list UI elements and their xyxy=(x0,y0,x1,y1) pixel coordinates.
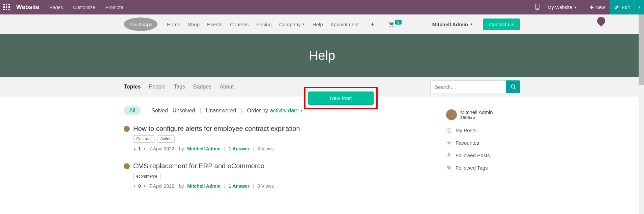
filter-unanswered[interactable]: Unanswered xyxy=(206,108,236,114)
separator: | xyxy=(200,108,201,114)
tab-people[interactable]: People xyxy=(149,84,166,90)
nav-help[interactable]: Help xyxy=(313,22,323,27)
site-nav: Home Shop Events Courses Pricing Company… xyxy=(167,21,374,28)
cart-button[interactable]: 0 xyxy=(388,21,401,27)
post-date: 7 April 2022, xyxy=(149,146,176,151)
contact-us-button[interactable]: Contact Us xyxy=(483,19,520,30)
sidebar-xp: 2505xp xyxy=(460,115,493,120)
highlight-box: New Post xyxy=(304,87,378,109)
cart-badge: 0 xyxy=(395,20,401,25)
post-tag[interactable]: ecommerce xyxy=(133,173,160,180)
sidebar-user-name: Mitchell Admin xyxy=(460,109,493,115)
separator: | xyxy=(224,146,225,151)
tab-tags[interactable]: Tags xyxy=(174,84,185,90)
post-title[interactable]: CMS replacement for ERP and eCommerce xyxy=(133,162,264,170)
apps-icon[interactable] xyxy=(3,4,10,11)
page-title: Help xyxy=(309,48,335,63)
sidebar-followed-posts[interactable]: Followed Posts xyxy=(446,152,520,158)
filter-all[interactable]: All xyxy=(124,106,141,115)
by-label: by xyxy=(179,183,184,189)
vote-count: 1 xyxy=(138,146,141,151)
separator: | xyxy=(145,108,147,114)
bell-icon xyxy=(446,153,451,158)
tab-topics[interactable]: Topics xyxy=(124,84,141,90)
new-button[interactable]: ✚ New xyxy=(585,0,610,14)
search-icon xyxy=(510,84,516,90)
nav-company[interactable]: Company ▼ xyxy=(279,22,305,27)
answer-count[interactable]: 1 Answer xyxy=(229,146,250,151)
filter-solved[interactable]: Solved xyxy=(151,108,168,114)
nav-home[interactable]: Home xyxy=(167,22,180,27)
search-input[interactable] xyxy=(430,80,506,93)
svg-point-3 xyxy=(392,26,393,27)
pencil-icon xyxy=(614,5,619,10)
upvote-icon[interactable]: ▲ xyxy=(133,147,136,150)
filter-unsolved[interactable]: Unsolved xyxy=(173,108,195,114)
downvote-icon[interactable]: ▼ xyxy=(143,184,146,188)
app-brand[interactable]: Website xyxy=(16,4,39,11)
by-label: by xyxy=(179,146,184,151)
answer-count[interactable]: 1 Answer xyxy=(229,183,250,189)
topnav-customize[interactable]: Customize xyxy=(73,5,95,10)
sidebar-profile[interactable]: Mitchell Admin 2505xp xyxy=(446,109,520,120)
sidebar-link-label: Favourites xyxy=(456,140,479,146)
nav-shop[interactable]: Shop xyxy=(188,22,200,27)
tab-badges[interactable]: Badges xyxy=(193,84,211,90)
sidebar-followed-tags[interactable]: Followed Tags xyxy=(446,165,520,171)
edit-dropdown-caret[interactable]: ▼ xyxy=(635,0,644,14)
caret-down-icon: ▼ xyxy=(574,6,577,9)
hero-banner: Help xyxy=(0,34,644,77)
scrollbar-thumb[interactable] xyxy=(639,14,644,85)
new-post-button[interactable]: New Post xyxy=(308,92,374,105)
separator: | xyxy=(241,108,242,114)
vertical-scrollbar[interactable] xyxy=(639,14,644,200)
separator: | xyxy=(253,146,254,151)
tab-about[interactable]: About xyxy=(219,84,234,90)
nav-courses[interactable]: Courses xyxy=(230,22,249,27)
question-icon xyxy=(446,128,451,133)
post-tag[interactable]: Contract xyxy=(133,135,154,143)
tag-icon xyxy=(446,165,451,170)
my-website-dropdown[interactable]: My Website ▼ xyxy=(548,5,577,10)
forum-post: CMS replacement for ERP and eCommerce ec… xyxy=(124,162,426,189)
odoo-topbar: Website Pages Customize Promote My Websi… xyxy=(0,0,644,14)
sidebar-link-label: Followed Tags xyxy=(456,165,488,171)
main-column: All | Solved Unsolved | Unanswered | Ord… xyxy=(124,106,426,200)
plus-icon: ✚ xyxy=(590,5,594,10)
topnav-pages[interactable]: Pages xyxy=(50,5,63,10)
search-button[interactable] xyxy=(506,80,520,93)
sidebar-link-label: Followed Posts xyxy=(456,152,490,158)
edit-button[interactable]: Edit xyxy=(610,0,635,14)
post-author[interactable]: Mitchell Admin xyxy=(187,183,221,189)
sidebar-my-posts[interactable]: My Posts xyxy=(446,128,520,133)
nav-pricing[interactable]: Pricing xyxy=(256,22,272,27)
post-date: 7 April 2022, xyxy=(149,183,176,189)
sidebar-link-label: My Posts xyxy=(456,128,476,133)
filter-row: All | Solved Unsolved | Unanswered | Ord… xyxy=(124,106,426,115)
site-logo[interactable]: YourLogo xyxy=(124,17,157,31)
user-name: Mitchell Admin xyxy=(432,22,468,27)
post-tag[interactable]: Action xyxy=(157,135,174,143)
my-website-label: My Website xyxy=(548,5,572,10)
post-author[interactable]: Mitchell Admin xyxy=(187,146,221,151)
downvote-icon[interactable]: ▼ xyxy=(143,147,146,150)
caret-down-icon: ▼ xyxy=(300,109,303,112)
view-count: 3 Views xyxy=(257,146,274,151)
add-menu-icon[interactable]: + xyxy=(371,21,375,28)
post-title[interactable]: How to configure alerts for employee con… xyxy=(133,125,300,133)
mobile-preview-icon[interactable] xyxy=(535,4,539,11)
svg-point-4 xyxy=(511,85,515,88)
nav-appointment[interactable]: Appointment xyxy=(330,22,359,27)
avatar xyxy=(446,109,457,120)
caret-down-icon: ▼ xyxy=(302,23,305,26)
sidebar-favourites[interactable]: Favourites xyxy=(446,140,520,146)
svg-point-7 xyxy=(448,132,449,132)
nav-events[interactable]: Events xyxy=(207,22,223,27)
site-header: YourLogo Home Shop Events Courses Pricin… xyxy=(0,14,644,34)
order-by-dropdown[interactable]: activity date ▼ xyxy=(270,108,303,114)
user-dropdown[interactable]: Mitchell Admin ▼ xyxy=(432,22,473,27)
topnav-promote[interactable]: Promote xyxy=(106,5,123,10)
svg-line-5 xyxy=(514,88,516,89)
upvote-icon[interactable]: ▲ xyxy=(133,184,136,188)
edit-button-label: Edit xyxy=(622,5,630,10)
